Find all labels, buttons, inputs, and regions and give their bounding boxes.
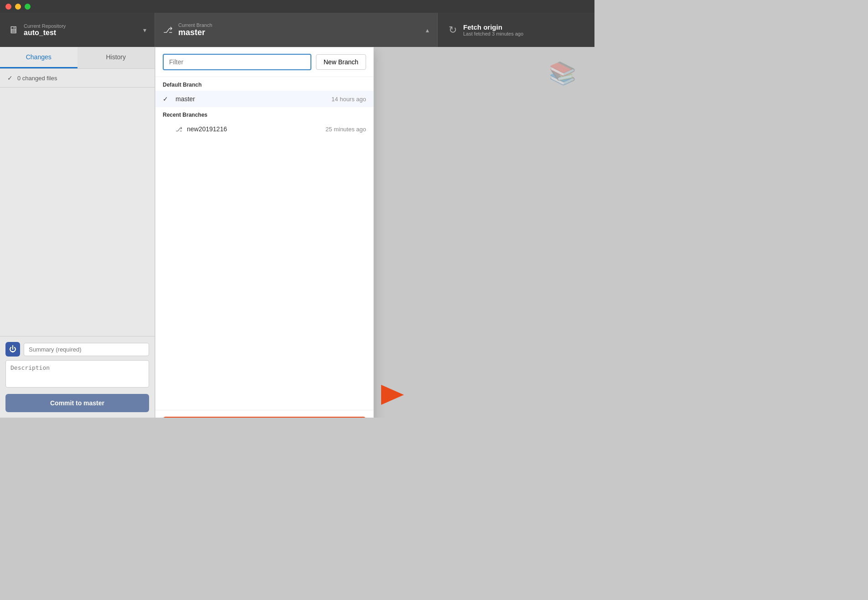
monitor-icon: 🖥 (8, 24, 18, 36)
tab-changes[interactable]: Changes (0, 47, 78, 68)
changed-files-count: 0 changed files (17, 75, 57, 82)
branch-icon: ⎇ (163, 25, 173, 35)
branch-filter-input[interactable] (163, 54, 311, 70)
title-bar (0, 0, 594, 13)
branch-panel-bottom: ⎇ Choose a branch to merge into master (155, 410, 373, 418)
current-repo-button[interactable]: 🖥 Current Repository auto_test ▾ (0, 13, 155, 47)
branch-icon-recent: ⎇ (176, 126, 182, 133)
fetch-subtitle: Last fetched 3 minutes ago (463, 31, 523, 36)
branch-item-master[interactable]: ✓ master 14 hours ago (155, 91, 373, 107)
repo-label: Current Repository (24, 23, 138, 29)
main-content: . Here are some friendly suggestions Ope… (155, 47, 594, 418)
branch-item-new-name: new20191216 (187, 125, 321, 133)
commit-power-icon: ⏻ (5, 342, 20, 357)
chevron-up-icon: ▴ (426, 26, 429, 34)
default-branch-label: Default Branch (155, 77, 373, 91)
tab-history[interactable]: History (78, 47, 155, 68)
maximize-button[interactable] (25, 4, 31, 10)
merge-branch-button[interactable]: ⎇ Choose a branch to merge into master (163, 417, 366, 418)
sidebar-content (0, 88, 155, 336)
repo-name: auto_test (24, 29, 138, 37)
check-icon: ✓ (7, 74, 13, 82)
branch-item-new20191216[interactable]: ⎇ new20191216 25 minutes ago (155, 121, 373, 137)
branch-item-master-name: master (176, 95, 327, 103)
branch-item-new-time: 25 minutes ago (326, 126, 366, 133)
branch-panel-search: New Branch (155, 47, 373, 77)
branch-item-master-time: 14 hours ago (331, 96, 366, 103)
close-button[interactable] (5, 4, 11, 10)
book-icon: 📚 (549, 61, 576, 86)
app-toolbar: 🖥 Current Repository auto_test ▾ ⎇ Curre… (0, 13, 594, 47)
new-branch-button[interactable]: New Branch (316, 54, 366, 70)
branch-active-check-icon: ✓ (163, 95, 171, 103)
arrow-right-icon (381, 385, 404, 405)
sidebar-tabs: Changes History (0, 47, 155, 69)
recent-branches-label: Recent Branches (155, 107, 373, 121)
current-branch-button[interactable]: ⎇ Current Branch master ▴ (155, 13, 438, 47)
branch-name: master (178, 28, 420, 37)
fetch-title: Fetch origin (463, 23, 523, 31)
fetch-origin-button[interactable]: ↻ Fetch origin Last fetched 3 minutes ag… (438, 13, 594, 47)
commit-description-input[interactable] (5, 360, 149, 388)
changed-files-bar: ✓ 0 changed files (0, 69, 155, 88)
branch-label: Current Branch (178, 22, 420, 28)
commit-area: ⏻ Commit to master (0, 336, 155, 418)
chevron-down-icon: ▾ (143, 26, 146, 34)
main-layout: Changes History ✓ 0 changed files ⏻ Comm… (0, 47, 594, 418)
commit-summary-input[interactable] (24, 343, 149, 356)
minimize-button[interactable] (15, 4, 21, 10)
refresh-icon: ↻ (449, 24, 457, 36)
commit-button[interactable]: Commit to master (5, 394, 149, 412)
arrow-indicator (381, 385, 404, 405)
branch-panel: New Branch Default Branch ✓ master 14 ho… (155, 47, 374, 418)
sidebar: Changes History ✓ 0 changed files ⏻ Comm… (0, 47, 155, 418)
